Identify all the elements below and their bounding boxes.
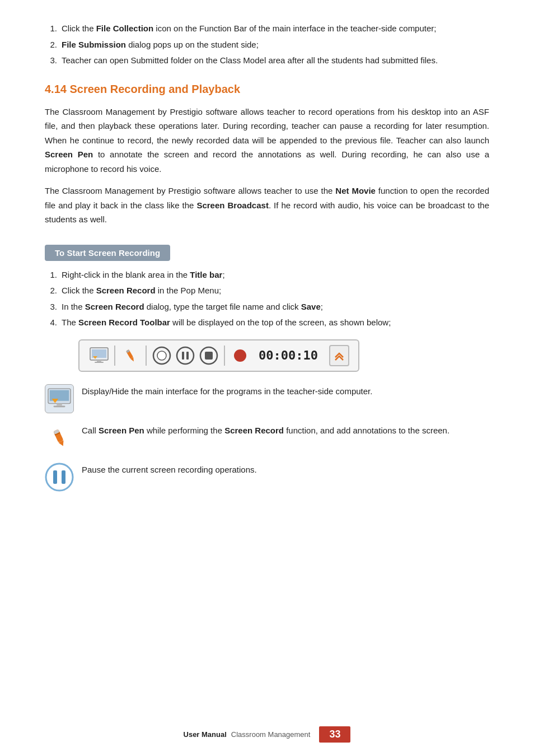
step-3: 3. In the Screen Record dialog, type the… (45, 301, 489, 314)
footer-label: User Manual (184, 730, 227, 739)
toolbar-divider-1 (114, 346, 115, 366)
footer-page-number: 33 (319, 726, 350, 743)
svg-rect-19 (57, 403, 62, 405)
list-item-2: 2. File Submission dialog pops up on the… (45, 39, 489, 52)
svg-point-11 (177, 347, 194, 364)
svg-rect-13 (186, 352, 189, 360)
toolbar-stop-icon (198, 345, 219, 366)
icon-2-description: Call Screen Pen while performing the Scr… (82, 423, 449, 438)
step-4: 4. The Screen Record Toolbar will be dis… (45, 316, 489, 329)
paragraph-1: The Classroom Management by Prestigio so… (45, 105, 489, 176)
toolbar-recdot-icon (229, 345, 251, 366)
svg-rect-12 (182, 352, 184, 360)
footer: User Manual Classroom Management 33 (0, 726, 534, 743)
icon-1-description: Display/Hide the main interface for the … (82, 384, 372, 399)
icon-block-2: Call Screen Pen while performing the Scr… (45, 423, 489, 452)
icon-block-1: Display/Hide the main interface for the … (45, 384, 489, 413)
svg-rect-28 (62, 470, 65, 484)
toolbar-record-icon (151, 345, 172, 366)
toolbar-timer: 00:00:10 (259, 348, 318, 362)
steps-list: 1. Right-click in the blank area in the … (45, 269, 489, 329)
list-item-1: 1. Click the File Collection icon on the… (45, 22, 489, 35)
toolbar-monitor-icon (88, 345, 110, 366)
toolbar-collapse-icon (329, 345, 349, 366)
svg-point-10 (157, 351, 166, 360)
monitor-icon-large (45, 384, 74, 413)
page-content: 1. Click the File Collection icon on the… (0, 0, 534, 541)
toolbar-divider-3 (224, 346, 225, 366)
svg-rect-27 (53, 470, 57, 484)
section-title: 4.14 Screen Recording and Playback (45, 83, 489, 96)
pen-icon-large (45, 423, 74, 452)
icon-block-3: Pause the current screen recording opera… (45, 463, 489, 492)
toolbar-pen-icon (120, 345, 141, 366)
step-2: 2. Click the Screen Record in the Pop Me… (45, 284, 489, 297)
svg-rect-3 (95, 362, 104, 363)
section-badge: To Start Screen Recording (45, 245, 170, 261)
paragraph-2: The Classroom Management by Prestigio so… (45, 184, 489, 227)
pause-icon-large (45, 463, 74, 492)
footer-sub: Classroom Management (231, 730, 311, 739)
icon-3-description: Pause the current screen recording opera… (82, 463, 257, 477)
svg-point-26 (46, 464, 73, 491)
step-1: 1. Right-click in the blank area in the … (45, 269, 489, 282)
toolbar-divider-2 (146, 346, 147, 366)
svg-rect-15 (205, 352, 213, 360)
list-item-3: 3. Teacher can open Submitted folder on … (45, 54, 489, 67)
svg-point-16 (234, 349, 246, 362)
svg-rect-20 (54, 405, 65, 407)
toolbar-pause-icon (175, 345, 196, 366)
intro-list: 1. Click the File Collection icon on the… (45, 22, 489, 67)
svg-rect-2 (97, 360, 101, 362)
toolbar-illustration: 00:00:10 (78, 339, 359, 372)
